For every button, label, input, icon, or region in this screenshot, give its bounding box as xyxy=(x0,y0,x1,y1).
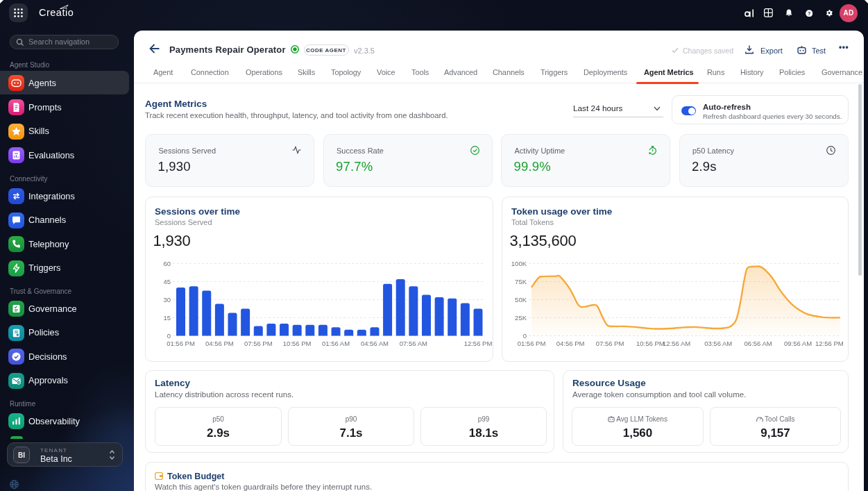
svg-text:04:56 PM: 04:56 PM xyxy=(205,340,234,347)
svg-text:09:56 AM: 09:56 AM xyxy=(784,340,812,347)
svg-text:07:56 AM: 07:56 AM xyxy=(400,340,427,347)
svg-text:12:56 AM: 12:56 AM xyxy=(663,340,690,347)
svg-text:0: 0 xyxy=(523,332,527,340)
svg-text:10:56 PM: 10:56 PM xyxy=(283,340,312,347)
svg-text:01:56 PM: 01:56 PM xyxy=(167,340,195,347)
svg-text:50K: 50K xyxy=(515,296,527,303)
svg-text:03:56 AM: 03:56 AM xyxy=(704,340,732,347)
svg-text:?: ? xyxy=(808,10,811,16)
svg-text:04:56 PM: 04:56 PM xyxy=(556,340,585,347)
svg-text:45: 45 xyxy=(163,278,171,285)
svg-text:60: 60 xyxy=(163,260,171,267)
svg-text:15: 15 xyxy=(163,314,171,322)
svg-text:12:56 PM: 12:56 PM xyxy=(464,340,493,347)
svg-text:06:56 AM: 06:56 AM xyxy=(744,340,772,347)
svg-text:01:56 AM: 01:56 AM xyxy=(322,340,350,347)
svg-text:0: 0 xyxy=(167,332,171,340)
svg-text:12:56 PM: 12:56 PM xyxy=(815,340,844,347)
svg-text:75K: 75K xyxy=(515,278,527,285)
svg-text:01:56 PM: 01:56 PM xyxy=(518,340,546,347)
svg-text:30: 30 xyxy=(163,296,171,303)
svg-text:07:56 PM: 07:56 PM xyxy=(596,340,624,347)
svg-text:10:56 PM: 10:56 PM xyxy=(636,340,665,347)
svg-text:04:56 AM: 04:56 AM xyxy=(361,340,389,347)
svg-text:25K: 25K xyxy=(515,314,527,322)
svg-text:100K: 100K xyxy=(511,260,527,267)
svg-text:07:56 PM: 07:56 PM xyxy=(244,340,273,347)
